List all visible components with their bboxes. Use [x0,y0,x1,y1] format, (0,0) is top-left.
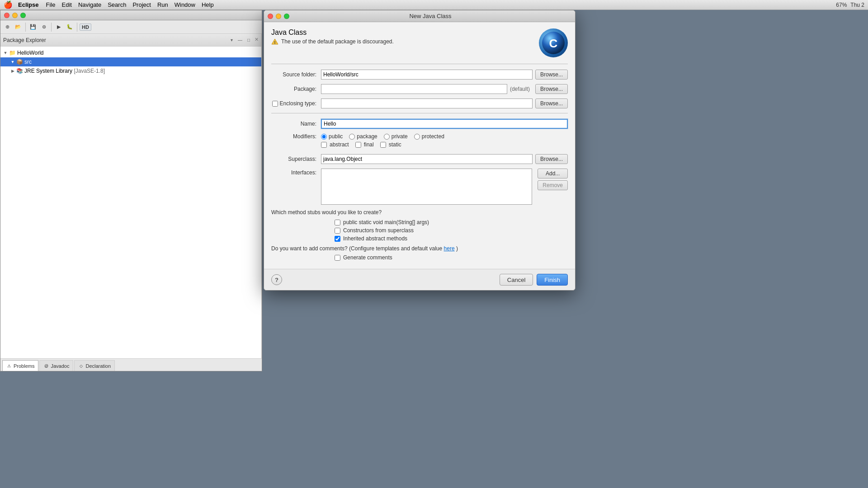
toolbar-save[interactable]: 💾 [28,22,38,32]
javadoc-icon: @ [43,363,49,369]
divider [271,64,568,64]
panel-minimize-icon[interactable]: — [236,37,244,44]
java-class-title: Java Class [271,28,534,37]
panel-title: Package Explorer [3,37,228,43]
enclosing-type-label[interactable]: Enclosing type: [278,100,316,107]
eclipse-toolbar: ⊕ 📂 💾 ⊛ ▶ 🐛 HD [0,20,262,34]
modifier-public-radio[interactable] [321,134,327,140]
enclosing-type-checkbox[interactable] [272,101,278,107]
tab-declaration[interactable]: ◇ Declaration [74,360,115,371]
modifier-package-label[interactable]: package [357,133,377,140]
menu-run[interactable]: Run [157,1,168,8]
menu-project[interactable]: Project [132,1,151,8]
maximize-traffic-light[interactable] [20,13,26,18]
superclass-browse-btn[interactable]: Browse... [535,154,568,164]
stub-main-label[interactable]: public static void main(String[] args) [343,219,429,225]
interfaces-input[interactable] [321,169,532,205]
modifier-abstract-checkbox[interactable] [321,142,327,148]
app-name: Eclipse [18,1,39,8]
help-button[interactable]: ? [271,274,282,285]
toolbar-hd[interactable]: HD [80,23,91,31]
menu-help[interactable]: Help [202,1,214,8]
toolbar-sep-1 [25,23,26,32]
modifier-protected-radio[interactable] [414,134,420,140]
source-folder-input[interactable] [321,70,533,80]
modifier-static-checkbox[interactable] [380,142,386,148]
tab-javadoc-label: Javadoc [51,363,69,369]
dialog-minimize-btn[interactable] [276,14,281,19]
tree-label-src: src [24,59,32,65]
finish-button[interactable]: Finish [537,274,568,286]
generate-comments-label[interactable]: Generate comments [343,254,392,261]
package-input[interactable] [321,84,507,94]
toolbar-sep-2 [51,23,52,32]
modifier-protected-label[interactable]: protected [422,133,444,140]
source-folder-label: Source folder: [271,71,321,78]
panel-maximize-icon[interactable]: □ [245,37,252,44]
panel-close-icon[interactable]: ✕ [255,37,259,44]
enclosing-checkbox-wrapper: Enclosing type: [271,100,321,107]
modifiers-access-group: public package private protected [321,133,444,140]
enclosing-type-browse-btn[interactable]: Browse... [535,99,568,108]
interfaces-add-btn[interactable]: Add... [538,169,568,178]
toolbar-open[interactable]: 📂 [13,22,23,32]
apple-menu[interactable]: 🍎 [4,0,13,9]
comments-text: Do you want to add comments? (Configure … [271,245,568,252]
traffic-lights [4,13,26,18]
stub-inherited-checkbox[interactable] [335,236,340,242]
tree-item-jre[interactable]: ▶ 📚 JRE System Library [JavaSE-1.8] [0,66,261,75]
tab-javadoc[interactable]: @ Javadoc [39,360,73,371]
menu-navigate[interactable]: Navigate [78,1,101,8]
tree-item-src[interactable]: ▼ 📦 src [0,57,261,66]
stub-inherited-row: Inherited abstract methods [335,235,568,242]
svg-text:!: ! [274,40,276,45]
menu-edit[interactable]: Edit [61,1,71,8]
package-label: Package: [271,86,321,92]
dialog-body: Java Class ! The use of the default pack… [264,22,575,269]
modifier-static-label[interactable]: static [389,141,401,148]
stub-constructors-label[interactable]: Constructors from superclass [343,227,414,234]
minimize-traffic-light[interactable] [12,13,18,18]
tree-label-jre: JRE System Library [JavaSE-1.8] [24,68,105,74]
menu-search[interactable]: Search [108,1,126,8]
comments-here-link[interactable]: here [444,245,455,252]
menu-window[interactable]: Window [175,1,195,8]
panel-collapse-icon[interactable]: ▾ [228,37,235,44]
interfaces-row: Interfaces: Add... Remove [271,169,568,205]
toolbar-run[interactable]: ▶ [54,22,64,32]
package-default-text: (default) [510,86,530,92]
interfaces-remove-btn[interactable]: Remove [538,180,568,190]
package-browse-btn[interactable]: Browse... [535,84,568,94]
name-input[interactable] [321,119,568,129]
dialog-zoom-btn[interactable] [284,14,289,19]
modifier-private-radio[interactable] [384,134,390,140]
menu-file[interactable]: File [46,1,56,8]
superclass-input[interactable] [321,154,533,164]
panel-header: Package Explorer ▾ — □ ✕ [0,34,261,47]
panel-header-icons: ▾ — □ ✕ [228,37,259,44]
package-row: Package: (default) Browse... [271,84,568,94]
tab-problems[interactable]: ⚠ Problems [2,360,38,371]
modifier-final-checkbox[interactable] [355,142,361,148]
source-folder-browse-btn[interactable]: Browse... [535,70,568,80]
enclosing-type-input[interactable] [321,99,533,108]
generate-comments-checkbox[interactable] [335,255,340,261]
stub-main-checkbox[interactable] [335,220,340,225]
dialog-header-left: Java Class ! The use of the default pack… [271,28,534,45]
modifier-public-label[interactable]: public [329,133,343,140]
toolbar-debug[interactable]: 🐛 [65,22,75,32]
close-traffic-light[interactable] [4,13,9,18]
toolbar-new[interactable]: ⊕ [2,22,12,32]
src-icon: 📦 [16,58,23,66]
tree-item-helloworld[interactable]: ▼ 📁 HelloWorld [0,48,261,57]
modifier-final-label[interactable]: final [364,141,374,148]
modifier-private-label[interactable]: private [392,133,408,140]
stub-inherited-label[interactable]: Inherited abstract methods [343,235,407,242]
dialog-close-btn[interactable] [268,14,273,19]
cancel-button[interactable]: Cancel [500,274,533,286]
divider2 [271,113,568,113]
toolbar-save-all[interactable]: ⊛ [39,22,49,32]
modifier-package-radio[interactable] [349,134,355,140]
modifier-abstract-label[interactable]: abstract [330,141,349,148]
stub-constructors-checkbox[interactable] [335,228,340,234]
